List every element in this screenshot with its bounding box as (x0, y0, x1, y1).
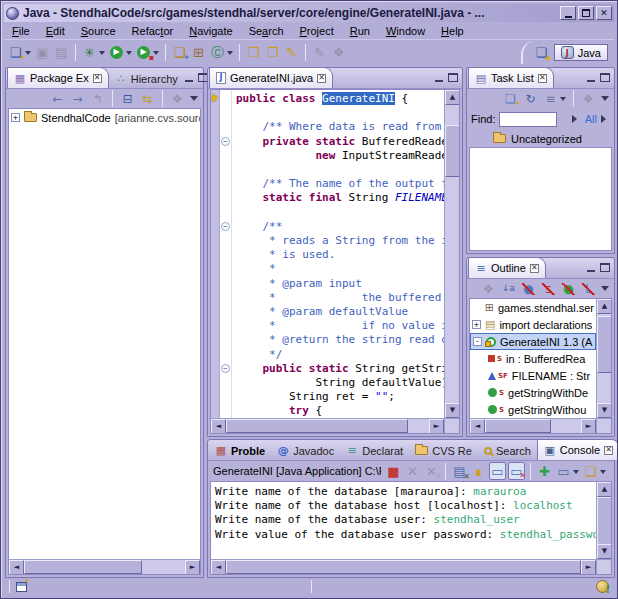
console-vscrollbar[interactable]: ▲▼ (596, 482, 611, 559)
new-java-package-icon[interactable]: ⊞ (190, 43, 207, 61)
panel-maximize-icon[interactable] (448, 73, 458, 82)
console-output[interactable]: Write name of the database [marauroa]: m… (211, 482, 596, 559)
annotation-ruler[interactable] (211, 90, 220, 418)
tree-row[interactable]: +StendhalCode [arianne.cvs.source (9, 109, 200, 126)
sort-icon[interactable]: ↓a (500, 281, 517, 297)
console-hscrollbar[interactable]: ◄► (211, 559, 596, 574)
scroll-down-icon[interactable]: ▼ (597, 403, 611, 418)
find-scope-left-arrow-icon[interactable] (572, 115, 581, 123)
show-stdout-icon[interactable]: ▭ (489, 462, 506, 480)
fold-collapse-icon[interactable]: − (221, 137, 230, 146)
panel-minimize-icon[interactable] (184, 73, 194, 82)
tab-task-list[interactable]: ▤Task List✕ (468, 67, 554, 88)
view-menu-icon[interactable] (599, 90, 611, 107)
scroll-up-icon[interactable]: ▲ (597, 482, 611, 497)
scrollbar-thumb[interactable] (485, 419, 551, 433)
panel-minimize-icon[interactable] (586, 263, 596, 272)
scrollbar-thumb[interactable] (445, 125, 459, 177)
task-tree-icon[interactable]: ≡ (542, 91, 559, 107)
tab-close-icon[interactable]: ✕ (538, 74, 547, 83)
menu-file[interactable]: File (4, 24, 38, 38)
editor-hscrollbar[interactable]: ◄► (211, 418, 444, 433)
show-stderr-icon[interactable]: ▭✕ (508, 462, 525, 480)
link-editor-icon[interactable]: ⇆ (139, 91, 156, 107)
editor-vscrollbar[interactable]: ▲▼ (444, 90, 459, 418)
folding-ruler[interactable]: −−− (220, 90, 232, 418)
run-icon-dropdown[interactable] (126, 51, 132, 58)
new-wizard-icon[interactable]: ❏✦ (7, 43, 24, 61)
open-perspective-icon[interactable]: ❏ ✚ (533, 44, 550, 62)
minimize-button[interactable] (560, 6, 576, 20)
task-category-row[interactable]: Uncategorized (467, 130, 614, 147)
expander-icon[interactable]: - (473, 337, 482, 346)
tab-close-icon[interactable]: ✕ (604, 446, 613, 455)
panel-maximize-icon[interactable] (600, 263, 610, 272)
menu-edit[interactable]: Edit (38, 24, 73, 38)
scroll-down-icon[interactable]: ▼ (445, 403, 459, 418)
run-icon[interactable]: ▶ (108, 43, 125, 61)
outline-item[interactable]: SFFILENAME : Str (470, 367, 596, 384)
package-explorer-hscrollbar[interactable]: ◄► (9, 559, 200, 574)
menu-source[interactable]: Source (73, 24, 124, 38)
fold-collapse-icon[interactable]: − (221, 364, 230, 373)
perspective-java-button[interactable]: J Java (554, 44, 608, 61)
task-tree-icon-dropdown[interactable] (560, 97, 566, 104)
tab-search[interactable]: Search (478, 441, 537, 460)
tab-generateini-java[interactable]: JGenerateINI.java✕ (209, 67, 333, 88)
tab-close-icon[interactable]: ✕ (530, 264, 539, 273)
task-find-input[interactable] (499, 112, 557, 127)
fast-view-icon[interactable] (16, 582, 27, 592)
tab-outline[interactable]: ≡Outline✕ (468, 257, 546, 278)
scroll-right-icon[interactable]: ► (185, 560, 200, 575)
scroll-up-icon[interactable]: ▲ (597, 299, 611, 314)
terminate-icon[interactable]: ■ (385, 462, 402, 480)
tab-cvs-re[interactable]: CVS Re (409, 441, 478, 460)
open-console-icon[interactable]: ❏ (582, 462, 599, 480)
panel-maximize-icon[interactable] (600, 73, 610, 82)
pin-console-icon[interactable]: ✚ (536, 462, 553, 480)
scroll-right-icon[interactable]: ► (581, 419, 596, 434)
open-resource-icon[interactable]: ❐ (264, 43, 281, 61)
open-type-icon[interactable]: ❐ (245, 43, 262, 61)
scroll-down-icon[interactable]: ▼ (597, 544, 611, 559)
debug-icon-dropdown[interactable] (99, 51, 105, 58)
hide-fields-icon[interactable]: ● (520, 281, 537, 297)
tab-close-icon[interactable]: ✕ (317, 74, 326, 83)
scroll-lock-icon[interactable]: ∎ (470, 462, 487, 480)
outline-item[interactable]: SgetStringWithDe (470, 384, 596, 401)
view-menu-icon[interactable] (188, 90, 200, 107)
scroll-right-icon[interactable]: ► (581, 560, 596, 575)
panel-minimize-icon[interactable] (586, 73, 596, 82)
scrollbar-thumb[interactable] (597, 316, 611, 373)
tab-console[interactable]: ▣Console✕ (537, 439, 618, 460)
outline-item[interactable]: Sin : BufferedRea (470, 350, 596, 367)
display-console-icon[interactable]: ▭ (555, 462, 572, 480)
expander-icon[interactable]: + (472, 320, 481, 329)
menu-navigate[interactable]: Navigate (181, 24, 240, 38)
new-task-icon[interactable]: ❏✦ (502, 91, 519, 107)
new-java-class-icon[interactable]: Ⓒ (209, 43, 226, 61)
scrollbar-thumb[interactable] (226, 560, 581, 574)
scrollbar-thumb[interactable] (597, 497, 611, 545)
maximize-button[interactable] (578, 6, 594, 20)
scrollbar-thumb[interactable] (24, 560, 142, 574)
scroll-left-icon[interactable]: ◄ (211, 560, 226, 575)
forward-icon[interactable]: → (69, 91, 86, 107)
outline-item[interactable]: SgetStringWithou (470, 401, 596, 418)
menu-project[interactable]: Project (292, 24, 342, 38)
tab-close-icon[interactable]: ✕ (93, 74, 102, 83)
scrollbar-thumb[interactable] (226, 419, 408, 433)
menu-window[interactable]: Window (378, 24, 433, 38)
tab-package-ex[interactable]: ▦Package Ex✕ (7, 67, 109, 88)
find-all-link[interactable]: All (585, 113, 597, 125)
scroll-left-icon[interactable]: ◄ (211, 419, 226, 434)
hide-nonpublic-icon[interactable]: ● (560, 281, 577, 297)
scroll-up-icon[interactable]: ▲ (445, 90, 459, 105)
panel-minimize-icon[interactable] (434, 73, 444, 82)
hide-local-icon[interactable]: L (580, 281, 597, 297)
external-tools-icon[interactable]: ▶▪ (135, 43, 152, 61)
menu-run[interactable]: Run (342, 24, 378, 38)
tab-hierarchy[interactable]: ∴Hierarchy (109, 69, 184, 88)
new-java-project-icon[interactable]: ❏✦ (171, 43, 188, 61)
run-indicator-icon[interactable] (596, 580, 609, 593)
